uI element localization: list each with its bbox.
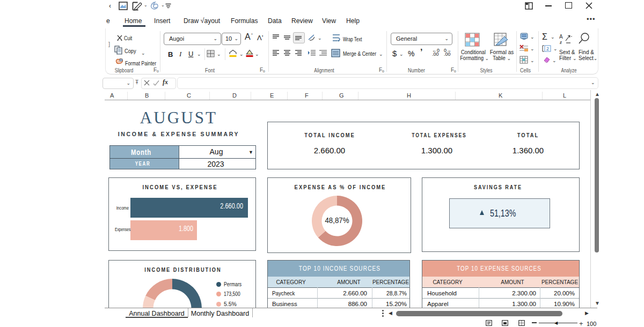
svg-text:ƶ: ƶ xyxy=(559,39,562,45)
svg-text:2: 2 xyxy=(546,46,549,51)
